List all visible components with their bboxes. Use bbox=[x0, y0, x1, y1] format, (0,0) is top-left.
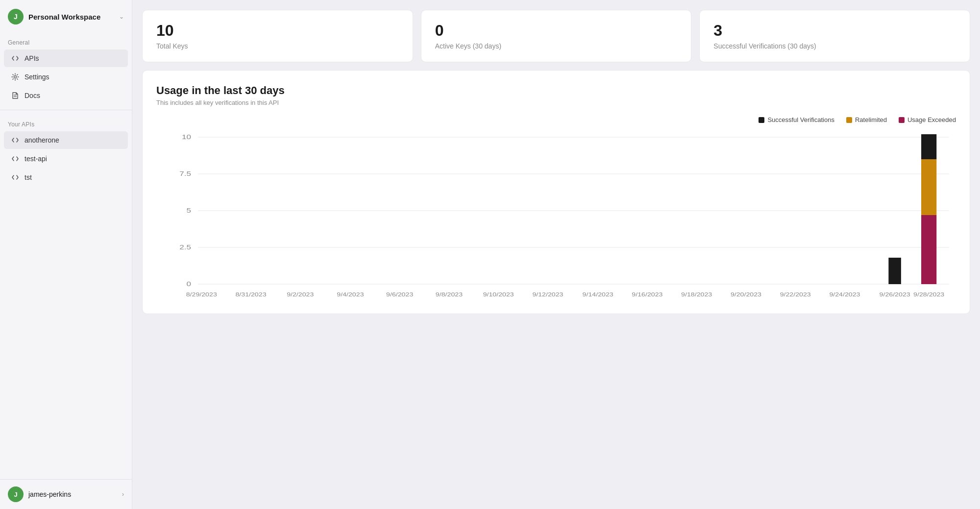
legend-label-successful: Successful Verifications bbox=[767, 116, 834, 123]
legend-dot-ratelimited bbox=[846, 117, 852, 123]
api-code-icon-2 bbox=[11, 154, 20, 163]
api-item-test-api-label: test-api bbox=[24, 155, 47, 163]
chart-svg: 10 7.5 5 2.5 0 8/29/2023 8/31/2023 9/2/2… bbox=[156, 127, 956, 304]
svg-text:9/24/2023: 9/24/2023 bbox=[829, 292, 860, 297]
stat-label-successful-verifications: Successful Verifications (30 days) bbox=[713, 42, 956, 50]
workspace-avatar: J bbox=[8, 9, 24, 24]
svg-text:8/31/2023: 8/31/2023 bbox=[235, 292, 266, 297]
sidebar-item-settings-label: Settings bbox=[24, 73, 49, 81]
stat-card-successful-verifications: 3 Successful Verifications (30 days) bbox=[699, 10, 970, 62]
svg-text:9/20/2023: 9/20/2023 bbox=[731, 292, 761, 297]
sidebar-item-docs[interactable]: Docs bbox=[4, 87, 128, 104]
bar-9-28-usage-exceeded bbox=[921, 215, 936, 284]
legend-label-usage-exceeded: Usage Exceeded bbox=[907, 116, 956, 123]
chart-card: Usage in the last 30 days This includes … bbox=[142, 70, 970, 314]
api-code-icon-3 bbox=[11, 173, 20, 182]
bar-9-28-successful bbox=[921, 134, 936, 159]
main-content: 10 Total Keys 0 Active Keys (30 days) 3 … bbox=[132, 0, 980, 509]
bar-9-26-successful bbox=[888, 258, 901, 284]
legend-item-ratelimited: Ratelimited bbox=[846, 116, 887, 123]
workspace-selector[interactable]: J Personal Workspace ⌄ bbox=[0, 0, 132, 33]
svg-text:2.5: 2.5 bbox=[179, 244, 191, 251]
general-section-label: General bbox=[0, 33, 132, 49]
stat-value-successful-verifications: 3 bbox=[713, 22, 956, 39]
chart-subtitle: This includes all key verifications in t… bbox=[156, 99, 956, 106]
user-menu[interactable]: J james-perkins › bbox=[0, 479, 132, 509]
chevron-down-icon: ⌄ bbox=[119, 13, 124, 20]
legend-item-successful: Successful Verifications bbox=[759, 116, 834, 123]
svg-text:10: 10 bbox=[182, 134, 191, 141]
svg-text:9/4/2023: 9/4/2023 bbox=[337, 292, 364, 297]
stats-row: 10 Total Keys 0 Active Keys (30 days) 3 … bbox=[142, 10, 970, 62]
gear-icon bbox=[11, 73, 20, 81]
sidebar-item-tst[interactable]: tst bbox=[4, 169, 128, 186]
legend-label-ratelimited: Ratelimited bbox=[855, 116, 887, 123]
svg-text:9/12/2023: 9/12/2023 bbox=[532, 292, 563, 297]
svg-text:7.5: 7.5 bbox=[179, 171, 191, 177]
stat-label-active-keys: Active Keys (30 days) bbox=[435, 42, 678, 50]
svg-point-0 bbox=[14, 76, 17, 78]
stat-value-total-keys: 10 bbox=[156, 22, 399, 39]
svg-text:5: 5 bbox=[186, 208, 191, 214]
legend-dot-usage-exceeded bbox=[899, 117, 905, 123]
api-code-icon-1 bbox=[11, 136, 20, 145]
workspace-name: Personal Workspace bbox=[28, 13, 114, 21]
svg-text:9/28/2023: 9/28/2023 bbox=[913, 292, 944, 297]
svg-text:9/8/2023: 9/8/2023 bbox=[436, 292, 463, 297]
user-avatar: J bbox=[8, 486, 24, 502]
stat-label-total-keys: Total Keys bbox=[156, 42, 399, 50]
svg-text:0: 0 bbox=[186, 281, 191, 288]
chart-title: Usage in the last 30 days bbox=[156, 84, 956, 97]
sidebar-item-settings[interactable]: Settings bbox=[4, 68, 128, 86]
sidebar-item-test-api[interactable]: test-api bbox=[4, 150, 128, 168]
sidebar-item-apis[interactable]: APIs bbox=[4, 49, 128, 67]
sidebar-item-anotherone[interactable]: anotherone bbox=[4, 131, 128, 149]
sidebar-divider bbox=[0, 110, 132, 110]
sidebar-item-apis-label: APIs bbox=[24, 54, 39, 62]
api-item-tst-label: tst bbox=[24, 173, 32, 181]
chart-legend: Successful Verifications Ratelimited Usa… bbox=[156, 116, 956, 123]
your-apis-label: Your APIs bbox=[0, 115, 132, 131]
book-icon bbox=[11, 91, 20, 100]
svg-text:9/14/2023: 9/14/2023 bbox=[583, 292, 613, 297]
user-name: james-perkins bbox=[28, 490, 117, 498]
stat-value-active-keys: 0 bbox=[435, 22, 678, 39]
svg-text:9/10/2023: 9/10/2023 bbox=[483, 292, 514, 297]
sidebar: J Personal Workspace ⌄ General APIs Sett… bbox=[0, 0, 132, 509]
api-item-anotherone-label: anotherone bbox=[24, 136, 59, 144]
svg-text:9/22/2023: 9/22/2023 bbox=[780, 292, 811, 297]
code-icon bbox=[11, 54, 20, 63]
svg-text:8/29/2023: 8/29/2023 bbox=[186, 292, 217, 297]
user-chevron-icon: › bbox=[122, 491, 124, 498]
sidebar-item-docs-label: Docs bbox=[24, 92, 40, 99]
svg-text:9/2/2023: 9/2/2023 bbox=[287, 292, 314, 297]
svg-text:9/18/2023: 9/18/2023 bbox=[681, 292, 712, 297]
chart-area: 10 7.5 5 2.5 0 8/29/2023 8/31/2023 9/2/2… bbox=[156, 127, 956, 304]
svg-text:9/26/2023: 9/26/2023 bbox=[880, 292, 910, 297]
stat-card-total-keys: 10 Total Keys bbox=[142, 10, 413, 62]
stat-card-active-keys: 0 Active Keys (30 days) bbox=[421, 10, 692, 62]
legend-item-usage-exceeded: Usage Exceeded bbox=[899, 116, 956, 123]
legend-dot-successful bbox=[759, 117, 764, 123]
svg-text:9/16/2023: 9/16/2023 bbox=[632, 292, 662, 297]
svg-text:9/6/2023: 9/6/2023 bbox=[386, 292, 413, 297]
bar-9-28-ratelimited bbox=[921, 159, 936, 215]
